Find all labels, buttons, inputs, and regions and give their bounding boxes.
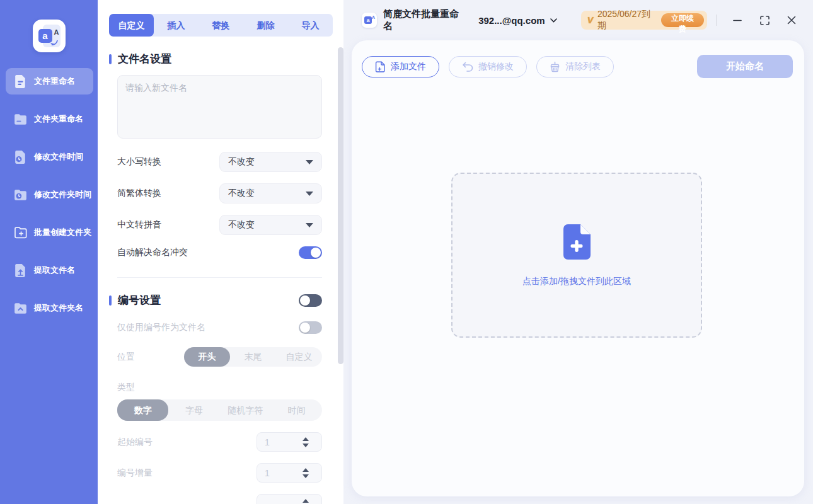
start-number-row: 起始编号	[117, 432, 322, 452]
logo-swap-arrow-icon	[50, 40, 59, 46]
minimize-button[interactable]	[732, 14, 744, 26]
pinyin-convert-select[interactable]: 不改变	[219, 215, 322, 235]
button-label: 撤销修改	[478, 61, 514, 72]
renew-button[interactable]: 立即续费	[661, 13, 703, 27]
app-logo: a A	[33, 20, 66, 52]
tab-import[interactable]: 导入	[288, 14, 333, 37]
main-area: a A 简鹿文件批量重命名 392...@qq.com V 2025/06/27…	[343, 0, 813, 504]
segment-label: 开头	[199, 352, 216, 362]
conflict-toggle[interactable]	[299, 246, 322, 259]
case-convert-row: 大小写转换 不改变	[117, 152, 322, 172]
folder-add-icon	[13, 225, 28, 241]
filename-section-title: 文件名设置	[118, 52, 322, 66]
tab-custom[interactable]: 自定义	[109, 14, 154, 37]
type-label-row: 类型	[117, 381, 343, 393]
tab-label: 替换	[212, 20, 230, 30]
segment-label: 自定义	[286, 352, 313, 362]
numbering-section-title: 编号设置	[118, 293, 299, 307]
position-option-start[interactable]: 开头	[184, 347, 230, 367]
numbering-enable-toggle[interactable]	[299, 294, 322, 307]
clear-list-button[interactable]: 清除列表	[536, 56, 614, 77]
type-option-time[interactable]: 时间	[271, 399, 322, 421]
only-number-toggle[interactable]	[299, 321, 322, 334]
conflict-toggle-label: 自动解决命名冲突	[117, 247, 188, 258]
sidebar-item-label: 文件夹重命名	[34, 113, 83, 125]
simplified-traditional-row: 简繁体转换 不改变	[117, 183, 322, 203]
new-filename-input[interactable]	[117, 75, 322, 139]
button-label: 清除列表	[565, 61, 601, 72]
partial-stepper	[257, 494, 322, 504]
partial-input[interactable]	[257, 499, 297, 504]
increment-input[interactable]	[257, 468, 297, 478]
settings-scrollbar[interactable]	[338, 47, 343, 364]
settings-panel: 自定义 插入 替换 删除 导入 文件名设置 大小写转换 不改变 简繁体转换 不改…	[98, 0, 343, 504]
license-expiry: 2025/06/27到期	[597, 9, 655, 32]
sidebar-item-folder-rename[interactable]: 文件夹重命名	[6, 106, 93, 132]
folder-time-icon	[13, 187, 28, 203]
stepper-up-icon[interactable]	[303, 468, 309, 472]
position-option-end[interactable]: 末尾	[230, 347, 276, 367]
start-rename-button[interactable]: 开始命名	[697, 55, 793, 78]
chevron-down-icon	[306, 160, 313, 164]
tab-delete[interactable]: 删除	[243, 14, 288, 37]
file-dropzone[interactable]: 点击添加/拖拽文件到此区域	[451, 173, 702, 338]
close-icon	[787, 15, 797, 25]
type-option-letter[interactable]: 字母	[168, 399, 219, 421]
folder-rename-icon	[13, 112, 28, 127]
position-segmented-control: 开头 末尾 自定义	[184, 347, 322, 367]
sidebar-item-file-time[interactable]: 修改文件时间	[6, 144, 93, 170]
start-number-label: 起始编号	[117, 437, 153, 448]
sidebar-item-batch-create-folder[interactable]: 批量创建文件夹	[6, 219, 93, 246]
stepper-down-icon[interactable]	[303, 474, 309, 478]
stepper-up-icon[interactable]	[303, 499, 309, 503]
select-value: 不改变	[228, 156, 255, 168]
maximize-button[interactable]	[759, 14, 771, 26]
close-button[interactable]	[786, 14, 798, 26]
type-option-number[interactable]: 数字	[117, 399, 168, 421]
stepper-down-icon[interactable]	[303, 444, 309, 447]
titlebar: a A 简鹿文件批量重命名 392...@qq.com V 2025/06/27…	[343, 0, 813, 40]
tab-label: 删除	[257, 20, 275, 30]
account-menu[interactable]: 392...@qq.com	[478, 15, 557, 26]
chevron-down-icon	[306, 192, 313, 196]
tab-label: 自定义	[118, 20, 145, 30]
increment-label: 编号增量	[117, 467, 153, 479]
sidebar-item-label: 提取文件夹名	[34, 302, 83, 314]
stepper-up-icon[interactable]	[303, 437, 309, 441]
vip-icon: V	[587, 15, 593, 25]
sidebar-item-extract-foldername[interactable]: 提取文件夹名	[6, 295, 93, 321]
file-time-icon	[13, 149, 28, 165]
position-option-custom[interactable]: 自定义	[276, 347, 322, 367]
partial-row-cutoff	[117, 494, 322, 504]
sidebar-item-extract-filename[interactable]: 提取文件名	[6, 257, 93, 284]
sidebar-item-folder-time[interactable]: 修改文件夹时间	[6, 181, 93, 208]
sidebar-item-file-rename[interactable]: 文件重命名	[6, 68, 93, 94]
segment-label: 字母	[185, 405, 203, 415]
minimize-icon	[732, 15, 742, 25]
add-files-button[interactable]: 添加文件	[362, 56, 439, 77]
simplified-traditional-select[interactable]: 不改变	[219, 183, 322, 203]
app-icon-A-glyph: A	[372, 15, 375, 20]
type-option-random[interactable]: 随机字符	[220, 399, 271, 421]
type-segmented-control: 数字 字母 随机字符 时间	[117, 399, 322, 421]
increment-row: 编号增量	[117, 463, 322, 483]
stepper-arrows[interactable]	[303, 499, 309, 504]
stepper-arrows[interactable]	[303, 468, 309, 478]
select-value: 不改变	[228, 188, 255, 199]
dropzone-hint: 点击添加/拖拽文件到此区域	[522, 276, 631, 287]
case-convert-select[interactable]: 不改变	[219, 152, 322, 172]
mode-tabbar: 自定义 插入 替换 删除 导入	[109, 14, 333, 37]
increment-stepper	[257, 463, 322, 483]
tab-insert[interactable]: 插入	[154, 14, 199, 37]
position-label: 位置	[117, 352, 135, 363]
file-extract-icon	[13, 263, 28, 278]
account-email: 392...@qq.com	[478, 15, 545, 26]
tab-replace[interactable]: 替换	[199, 14, 243, 37]
clear-list-icon	[550, 61, 560, 72]
start-number-input[interactable]	[257, 437, 297, 447]
section-divider	[117, 277, 322, 278]
tab-label: 导入	[302, 20, 320, 30]
undo-button[interactable]: 撤销修改	[449, 56, 527, 77]
stepper-arrows[interactable]	[303, 437, 309, 447]
file-toolbar: 添加文件 撤销修改 清除列表 开始命名	[352, 40, 804, 78]
